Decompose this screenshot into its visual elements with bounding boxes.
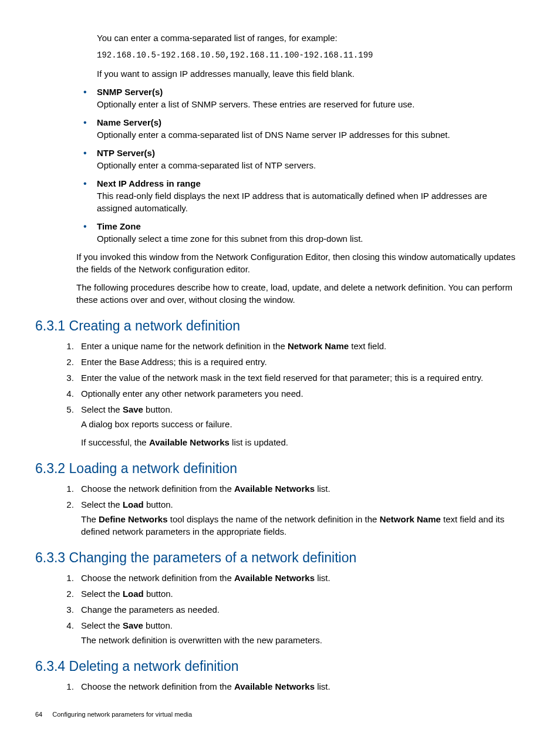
item-desc: Optionally enter a comma-separated list … <box>97 129 525 141</box>
step-note: The Define Networks tool displays the na… <box>81 513 525 538</box>
steps-633: Choose the network definition from the A… <box>35 572 525 646</box>
list-item: SNMP Server(s) Optionally enter a list o… <box>76 86 525 110</box>
footer-title: Configuring network parameters for virtu… <box>52 711 192 718</box>
list-item: Enter a unique name for the network defi… <box>76 340 525 352</box>
list-item: Select the Save button. The network defi… <box>76 619 525 646</box>
list-item: Enter the value of the network mask in t… <box>76 372 525 384</box>
section-heading-633: 6.3.3 Changing the parameters of a netwo… <box>35 548 525 567</box>
page-footer: 64 Configuring network parameters for vi… <box>35 710 525 719</box>
body-text: If you invoked this window from the Netw… <box>76 251 525 275</box>
list-item: Select the Load button. The Define Netwo… <box>76 498 525 538</box>
item-title: SNMP Server(s) <box>97 86 525 98</box>
list-item: Next IP Address in range This read-only … <box>76 177 525 214</box>
steps-631: Enter a unique name for the network defi… <box>35 340 525 448</box>
list-item: Name Server(s) Optionally enter a comma-… <box>76 116 525 141</box>
intro-text-2: If you want to assign IP addresses manua… <box>97 67 525 80</box>
page-number: 64 <box>35 711 42 718</box>
intro-text: You can enter a comma-separated list of … <box>97 32 525 44</box>
steps-632: Choose the network definition from the A… <box>35 482 525 538</box>
list-item: Choose the network definition from the A… <box>76 482 525 495</box>
step-note: The network definition is overwritten wi… <box>81 634 525 646</box>
step-note: If successful, the Available Networks li… <box>81 436 525 448</box>
body-text: The following procedures describe how to… <box>76 281 525 306</box>
param-list: SNMP Server(s) Optionally enter a list o… <box>76 86 525 245</box>
item-desc: Optionally select a time zone for this s… <box>97 232 525 245</box>
list-item: Select the Load button. <box>76 588 525 600</box>
item-title: NTP Server(s) <box>97 147 525 159</box>
item-desc: This read-only field displays the next I… <box>97 190 525 214</box>
section-heading-634: 6.3.4 Deleting a network definition <box>35 657 525 676</box>
item-title: Next IP Address in range <box>97 177 525 190</box>
item-title: Time Zone <box>97 220 525 232</box>
list-item: Choose the network definition from the A… <box>76 680 525 693</box>
list-item: NTP Server(s) Optionally enter a comma-s… <box>76 147 525 171</box>
section-heading-631: 6.3.1 Creating a network definition <box>35 316 525 335</box>
section-heading-632: 6.3.2 Loading a network definition <box>35 459 525 478</box>
code-example: 192.168.10.5-192.168.10.50,192.168.11.10… <box>97 50 525 62</box>
list-item: Select the Save button. A dialog box rep… <box>76 403 525 448</box>
item-title: Name Server(s) <box>97 116 525 129</box>
item-desc: Optionally enter a comma-separated list … <box>97 159 525 171</box>
item-desc: Optionally enter a list of SNMP servers.… <box>97 98 525 110</box>
list-item: Time Zone Optionally select a time zone … <box>76 220 525 245</box>
list-item: Change the parameters as needed. <box>76 603 525 616</box>
step-note: A dialog box reports success or failure. <box>81 418 525 430</box>
list-item: Choose the network definition from the A… <box>76 572 525 584</box>
list-item: Enter the Base Address; this is a requir… <box>76 356 525 368</box>
steps-634: Choose the network definition from the A… <box>35 680 525 693</box>
list-item: Optionally enter any other network param… <box>76 387 525 400</box>
